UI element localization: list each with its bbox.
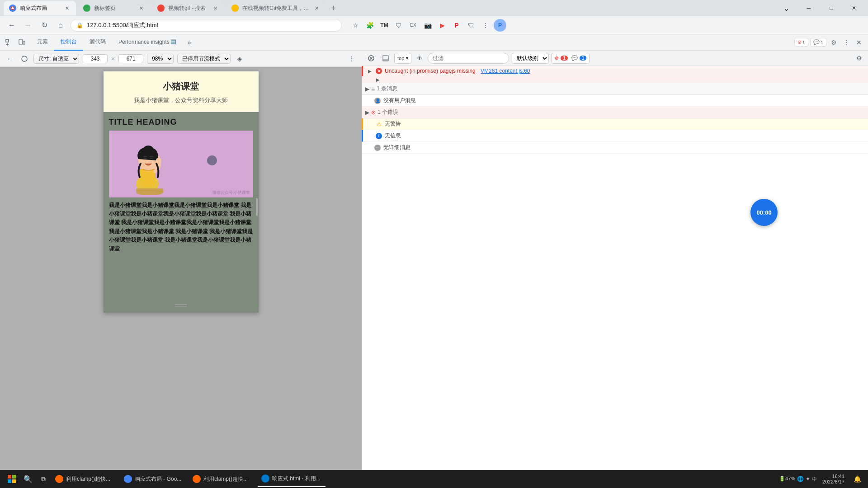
section-messages-label: 1 条消息 (377, 85, 397, 93)
inspect-element-icon[interactable] (4, 37, 14, 48)
minimize-button[interactable]: ─ (798, 1, 819, 15)
forward-button[interactable]: → (22, 19, 34, 32)
context-chevron: ▾ (406, 56, 408, 61)
start-button[interactable] (4, 471, 20, 487)
url-bar[interactable]: 🔒 127.0.0.1:5500/响应式.html (71, 19, 342, 32)
error-detail-arrow[interactable]: ▶ (376, 77, 380, 82)
error-message-main[interactable]: ▶ ✕ Uncaught (in promise) pagejs missing… (362, 66, 868, 76)
settings-gear-icon[interactable]: ⚙ (828, 37, 839, 48)
devtools-right-icons: ⊗ 1 💬 1 ⚙ ⋮ ✕ (794, 37, 864, 48)
size-preset-select[interactable]: 尺寸: 自适应 (33, 54, 79, 64)
warn-count-badge[interactable]: 💬 1 (810, 38, 826, 47)
devtools-tab-sources[interactable]: 源代码 (83, 34, 112, 51)
taskbar-app-4-label: 响应式.html - 利用... (272, 475, 321, 483)
tab-4-close[interactable]: ✕ (313, 5, 320, 12)
section-expand-icon: ▶ (365, 86, 369, 92)
width-input[interactable] (83, 54, 108, 63)
section-messages[interactable]: ▶ ≡ 1 条消息 (362, 83, 868, 95)
close-button[interactable]: ✕ (844, 1, 864, 15)
screenshot-icon[interactable]: 📷 (421, 19, 434, 32)
svg-rect-3 (23, 41, 25, 44)
new-tab-button[interactable]: + (327, 2, 340, 14)
error-count-badge[interactable]: ⊗ 1 (794, 38, 808, 47)
zoom-select[interactable]: 98% (147, 54, 174, 64)
resize-handle[interactable]: ⤡ (251, 304, 257, 311)
youtube-icon[interactable]: ▶ (436, 19, 448, 32)
taskbar-app-2-label: 响应式布局 - Goo... (135, 475, 181, 483)
back-button[interactable]: ← (5, 19, 18, 32)
tampermonkey-icon[interactable]: TM (378, 19, 391, 32)
taskbar-clock[interactable]: 16:41 2022/6/17 (819, 474, 848, 484)
tab-3-close[interactable]: ✕ (212, 5, 219, 12)
phone-wrapper: 小猪课堂 我是小猪课堂，公众号资料分享大师 TITLE HEADING (104, 71, 259, 313)
console-settings-button[interactable]: ⚙ (854, 53, 864, 64)
shield2-icon[interactable]: 🛡 (465, 19, 477, 32)
error-expand-button[interactable]: ▶ (367, 68, 373, 74)
home-button[interactable]: ⌂ (54, 19, 67, 32)
notification-icon[interactable]: 🔔 (850, 471, 864, 487)
clock-date: 2022/6/17 (822, 479, 844, 484)
height-input[interactable] (118, 54, 143, 63)
devtools-tab-performance[interactable]: Performance insights 🆕 (112, 34, 182, 51)
girl-illustration (123, 134, 177, 195)
no-warn-expand (367, 121, 373, 127)
console-no-info[interactable]: i 无信息 (362, 130, 868, 142)
extension2-icon[interactable]: EX (407, 19, 420, 32)
tab-1[interactable]: 响应式布局 ✕ (4, 1, 76, 15)
extensions-icon[interactable]: 🧩 (363, 19, 376, 32)
show-previews-button[interactable]: 👁 (414, 53, 425, 64)
section-errors[interactable]: ▶ ⊗ 1 个错误 (362, 107, 868, 118)
refresh-button[interactable]: ↻ (38, 19, 51, 32)
tab-1-close[interactable]: ✕ (63, 5, 71, 12)
more-tabs-icon[interactable]: » (184, 37, 195, 48)
bookmark-icon[interactable]: ☆ (349, 19, 362, 32)
clear-console-button[interactable] (365, 53, 377, 64)
taskbar-app-2[interactable]: 响应式布局 - Goo... (120, 471, 188, 487)
adblock-icon[interactable]: 🛡 (392, 19, 405, 32)
devtools-tab-elements[interactable]: 元素 (31, 34, 54, 51)
collapse-tabs-button[interactable]: ⌄ (776, 1, 797, 15)
taskbar-app-1[interactable]: 利用clamp()超快... (52, 471, 119, 487)
console-no-verbose[interactable]: ··· 无详细消息 (362, 142, 868, 154)
list-icon: ≡ (371, 85, 375, 93)
tab-4[interactable]: 在线视频转Gif免费工具，一秒钟... ✕ (226, 1, 326, 15)
network-conditions-icon[interactable]: ◈ (234, 53, 245, 64)
profile-icon[interactable]: P (494, 19, 506, 32)
url-text: 127.0.0.1:5500/响应式.html (87, 21, 158, 29)
pinterest-icon[interactable]: P (450, 19, 463, 32)
error-file-link[interactable]: VM281 content.js:60 (481, 68, 530, 74)
devtools-tab-console[interactable]: 控制台 (54, 34, 83, 51)
more-options-icon[interactable]: ⋮ (841, 37, 852, 48)
settings-icon[interactable]: ⋮ (479, 19, 492, 32)
maximize-button[interactable]: □ (821, 1, 842, 15)
bluetooth-icon: ✦ (806, 476, 810, 483)
more-responsive-icon[interactable]: ⋮ (346, 53, 357, 64)
responsive-settings-icon[interactable] (19, 53, 30, 64)
tab-2[interactable]: 新标签页 ✕ (78, 1, 150, 15)
device-toolbar-icon[interactable] (16, 37, 27, 48)
tab-2-close[interactable]: ✕ (137, 5, 145, 12)
issues-count-widget[interactable]: ⊗ 1 💬 1 (552, 53, 590, 64)
timer-label: 00:00 (756, 209, 771, 216)
context-selector[interactable]: top ▾ (394, 53, 411, 64)
console-toolbar: top ▾ 👁 默认级别 ⊗ 1 💬 1 ⚙ (362, 51, 868, 66)
task-view-icon[interactable]: ⧉ (36, 471, 51, 487)
log-level-select[interactable]: 默认级别 (512, 53, 549, 64)
responsive-back-icon[interactable]: ← (5, 53, 15, 64)
throttle-select[interactable]: 已停用节流模式 (177, 54, 231, 64)
tab-3[interactable]: 视频转gif - 搜索 ✕ (152, 1, 224, 15)
console-no-user-messages[interactable]: 👤 没有用户消息 (362, 95, 868, 107)
filter-input[interactable] (428, 53, 509, 64)
console-no-warnings[interactable]: ⚠ 无警告 (362, 118, 868, 130)
taskbar-app-4[interactable]: 响应式.html - 利用... (258, 471, 326, 487)
no-info-expand (367, 133, 373, 139)
devtools-panel: top ▾ 👁 默认级别 ⊗ 1 💬 1 ⚙ (362, 51, 868, 470)
close-devtools-icon[interactable]: ✕ (854, 37, 864, 48)
tab-3-title: 视频转gif - 搜索 (168, 5, 208, 12)
taskbar-app-3[interactable]: 利用clamp()超快... (189, 471, 257, 487)
phone-scrollbar[interactable] (256, 198, 258, 216)
timer-button[interactable]: 00:00 (750, 199, 778, 226)
show-drawer-button[interactable] (380, 53, 392, 64)
drag-handle[interactable] (175, 304, 187, 307)
search-taskbar-icon[interactable]: 🔍 (21, 471, 35, 487)
